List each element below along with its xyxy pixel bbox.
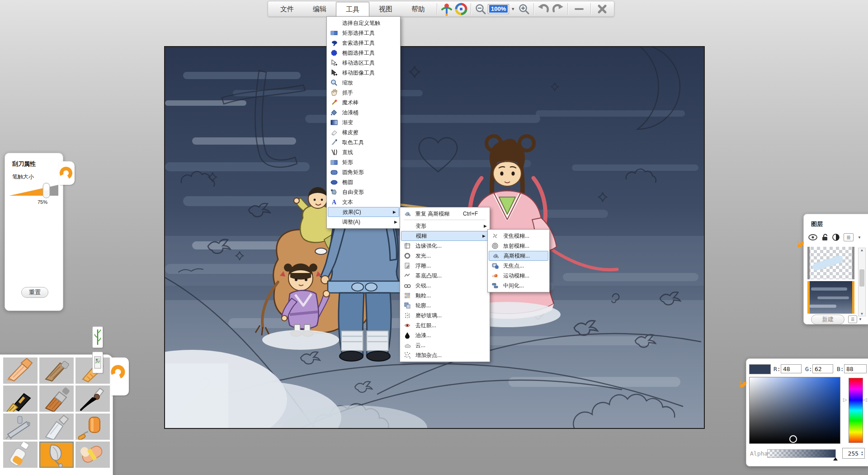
picture-sticker-button[interactable] [92, 352, 103, 373]
menu-item-emboss[interactable]: 浮雕... [400, 261, 490, 271]
menu-item-rectangle[interactable]: 矩形 [327, 157, 400, 167]
menu-item-red-eye-removal[interactable]: 去红眼... [400, 320, 490, 330]
saturation-value-square[interactable] [749, 377, 840, 444]
menu-item-paint[interactable]: 油漆... [400, 330, 490, 340]
alpha-slider[interactable] [767, 449, 836, 458]
blend-half-circle-icon[interactable] [832, 234, 840, 241]
sv-marker[interactable] [789, 435, 797, 443]
menu-item-text[interactable]: A 文本 [327, 197, 400, 207]
menu-help[interactable]: 帮助 [402, 2, 434, 15]
color-panel-drag-handle[interactable] [740, 372, 746, 392]
unlock-icon[interactable] [821, 234, 828, 241]
panel-drag-handle[interactable] [59, 161, 75, 185]
brush-eraser[interactable] [75, 442, 110, 468]
menu-item-effects[interactable]: 效果(C) ▶ [328, 207, 399, 217]
brush-airbrush[interactable] [3, 414, 38, 440]
menu-item-defocus[interactable]: 无焦点... [488, 261, 549, 271]
menu-item-outline[interactable]: 轮廓... [400, 301, 490, 310]
scroll-up-icon[interactable]: ▲ [860, 248, 864, 252]
menu-item-edge-enhance[interactable]: 边缘强化... [400, 241, 490, 251]
menu-item-move-image[interactable]: 移动图像工具 [327, 68, 400, 78]
visibility-eye-icon[interactable] [808, 234, 817, 240]
spinner-arrows[interactable]: ▲▼ [860, 451, 864, 456]
menu-item-adjust[interactable]: 调整(A) ▶ [327, 217, 400, 227]
minimize-button[interactable] [570, 2, 588, 16]
menu-item-ellipse-select[interactable]: 椭圆选择工具 [327, 48, 400, 58]
menu-item-clouds[interactable]: 云... [400, 340, 490, 350]
brush-size-slider[interactable] [8, 181, 60, 199]
menu-item-paint-bucket[interactable]: 油漆桶 [327, 108, 400, 118]
r-input[interactable] [781, 364, 802, 373]
menu-item-rounded-rectangle[interactable]: 圆角矩形 [327, 167, 400, 177]
b-input[interactable] [844, 364, 867, 373]
menu-item-blur[interactable]: 模糊 ▶ [401, 231, 489, 241]
layers-panel-drag-handle[interactable] [797, 231, 804, 252]
brush-wood-tip-pen[interactable] [39, 357, 74, 384]
menu-item-color-picker-tool[interactable]: 取色工具 [327, 137, 400, 147]
spinner-down-icon[interactable]: ▼ [861, 453, 863, 456]
brush-fountain-pen[interactable] [3, 386, 38, 412]
alpha-marker-icon[interactable] [833, 457, 838, 461]
menu-item-line[interactable]: 直线 [327, 147, 400, 157]
menu-item-gaussian-blur[interactable]: 高斯模糊... [489, 251, 548, 261]
new-layer-button[interactable]: 新建 [811, 315, 844, 325]
menu-item-zoom-blur[interactable]: 变焦模糊... [488, 231, 549, 241]
layer-row-top[interactable] [807, 247, 854, 279]
brush-panel-drag-handle[interactable] [111, 357, 129, 395]
close-button[interactable] [593, 2, 611, 16]
brush-flat-brush[interactable] [39, 386, 74, 412]
menu-file[interactable]: 文件 [271, 2, 303, 15]
layers-scrollbar[interactable]: ▲ ▼ [858, 248, 866, 316]
menu-tools[interactable]: 工具 [336, 2, 369, 18]
menu-item-move-selection[interactable]: 移动选区工具 [327, 58, 400, 68]
hue-strip[interactable] [849, 378, 863, 443]
brush-pencil[interactable] [3, 357, 38, 384]
menu-item-motion-blur[interactable]: 运动模糊... [488, 271, 549, 281]
redo-icon[interactable] [551, 2, 565, 16]
bamboo-sticker-button[interactable] [92, 326, 103, 348]
zoom-in-icon[interactable] [517, 2, 531, 16]
menu-item-radial-blur[interactable]: 放射模糊... [488, 241, 549, 251]
menu-item-magic-wand[interactable]: 魔术棒 [327, 98, 400, 108]
menu-view[interactable]: 视图 [369, 2, 402, 15]
undo-icon[interactable] [536, 2, 551, 16]
zoom-dropdown-arrow-icon[interactable]: ▼ [509, 7, 517, 11]
menu-item-custom-brush[interactable]: 选择自定义笔触 [327, 18, 400, 28]
brush-paint-bottle[interactable] [3, 442, 38, 468]
color-wheel-icon[interactable] [454, 2, 468, 16]
brush-palette-knife[interactable] [39, 414, 74, 440]
layer-menu-button[interactable]: ☰ [844, 233, 854, 241]
brush-paint-roller[interactable] [75, 414, 110, 440]
menu-item-sharpen[interactable]: 尖锐... [400, 281, 490, 291]
alpha-spinner[interactable]: 255 ▲▼ [842, 448, 865, 459]
zoom-out-icon[interactable] [473, 2, 488, 16]
menu-item-rect-select[interactable]: 矩形选择工具 [327, 28, 400, 38]
menu-item-glow[interactable]: 发光... [400, 251, 490, 261]
layer-menu-arrow-icon[interactable]: ▼ [858, 235, 861, 240]
brush-scraper-knife[interactable] [39, 442, 74, 468]
scrollbar-thumb[interactable] [859, 269, 864, 287]
g-input[interactable] [812, 364, 833, 373]
hue-marker-right-icon[interactable]: ◁ [863, 397, 867, 403]
menu-item-grain[interactable]: 颗粒... [400, 291, 490, 301]
menu-item-gradient[interactable]: 渐变 [327, 118, 400, 127]
layers-options-button[interactable]: ☰ [848, 315, 857, 323]
menu-item-ellipse[interactable]: 椭圆 [327, 177, 400, 187]
reset-button[interactable]: 重置 [21, 287, 48, 298]
menu-item-hand[interactable]: 抓手 [327, 88, 400, 98]
hue-marker-left-icon[interactable]: ▷ [843, 397, 847, 403]
brush-ink-brush[interactable] [75, 386, 110, 412]
zoom-level-field[interactable]: 100% [488, 4, 509, 14]
menu-item-bas-relief[interactable]: 基底凸现... [400, 271, 490, 281]
menu-item-eraser[interactable]: 橡皮擦 [327, 127, 400, 137]
menu-item-zoom[interactable]: 缩放 [327, 78, 400, 88]
menu-item-transform[interactable]: 变形 ▶ [400, 221, 490, 231]
layers-bottom-menu[interactable]: ☰ ▼ [848, 315, 862, 323]
menu-item-free-transform[interactable]: 自由变形 [327, 187, 400, 197]
menu-item-add-noise[interactable]: 增加杂点... [400, 350, 490, 360]
app-logo-icon[interactable] [439, 2, 454, 16]
menu-item-frosted-glass[interactable]: 磨砂玻璃... [400, 310, 490, 320]
menu-item-lasso-select[interactable]: 套索选择工具 [327, 38, 400, 48]
menu-item-median[interactable]: 中间化... [488, 281, 549, 291]
menu-item-repeat-gaussian-blur[interactable]: 重复 高斯模糊 Ctrl+F [400, 209, 490, 219]
